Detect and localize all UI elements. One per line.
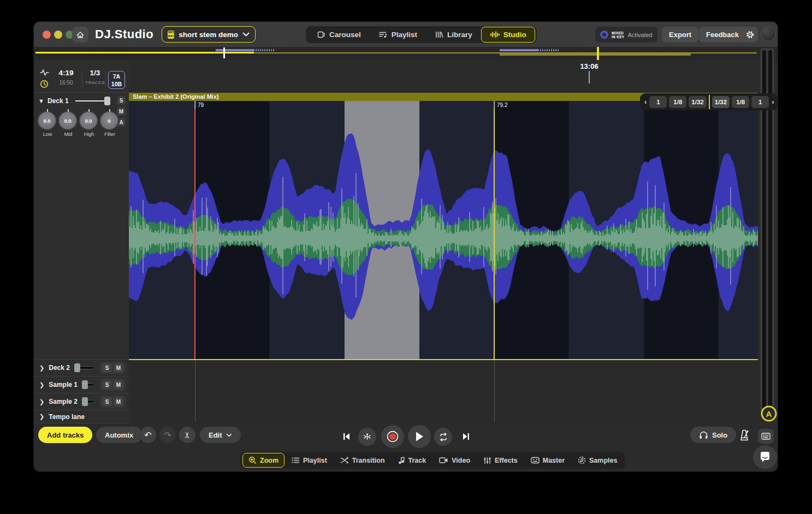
sample1-lane-row[interactable]: ❯ Sample 1 S M [34, 376, 129, 393]
panel-tab-effects[interactable]: Effects [477, 453, 524, 468]
deck1-volume-handle[interactable] [104, 97, 110, 105]
sample1-solo-mute: S M [100, 379, 126, 391]
beatgrid-button-6[interactable]: 1 [751, 96, 769, 108]
beatgrid-button-1[interactable]: 1 [649, 96, 667, 108]
low-knob[interactable]: 0.0 [38, 112, 56, 129]
sample1-mute-button[interactable]: M [114, 380, 123, 389]
tempo-lane-row[interactable]: ❯ Tempo lane [34, 410, 129, 423]
beatgrid-button-2[interactable]: 1/8 [669, 96, 686, 108]
add-tracks-button[interactable]: Add tracks [38, 427, 92, 443]
sample2-solo-mute: S M [100, 396, 126, 408]
edit-menu-button[interactable]: Edit [200, 427, 241, 443]
sample2-volume-slider[interactable] [82, 397, 96, 406]
beatgrid-prev-icon[interactable]: ‹ [644, 98, 647, 106]
library-icon [435, 31, 443, 39]
panel-tab-zoom[interactable]: Zoom [242, 453, 285, 468]
key-display[interactable]: 7A 10B [108, 71, 125, 89]
minimap-stem-segment-2 [500, 49, 538, 51]
settings-button[interactable] [742, 27, 758, 43]
feedback-button[interactable]: Feedback [699, 27, 746, 43]
autopilot-badge[interactable]: A [760, 405, 778, 422]
studio-waveform-icon [490, 31, 500, 39]
minimap-stem-segment-1-dotted [253, 49, 275, 51]
mid-knob[interactable]: 0.0 [59, 112, 76, 129]
panel-tab-samples[interactable]: Samples [572, 453, 623, 468]
keyboard-shortcuts-button[interactable] [758, 429, 774, 444]
panel-tab-playlist[interactable]: Playlist [286, 453, 333, 468]
split-tool-button[interactable]: ✂ [179, 427, 195, 443]
skip-to-start-button[interactable] [341, 432, 351, 441]
skip-end-icon [461, 432, 471, 441]
stats-divider-2 [105, 71, 106, 87]
chevron-right-icon[interactable]: ❯ [39, 364, 44, 372]
beatgrid-button-5[interactable]: 1/8 [732, 96, 749, 108]
export-button[interactable]: Export [662, 27, 698, 43]
skip-to-end-button[interactable] [461, 432, 471, 441]
deck1-solo-button[interactable]: S [117, 96, 126, 105]
master-icon [531, 457, 540, 464]
app-logo: DJ.Studio [95, 27, 153, 41]
panel-tab-master[interactable]: Master [525, 453, 571, 468]
deck2-volume-slider[interactable] [74, 363, 96, 372]
automix-button[interactable]: Automix [96, 427, 142, 443]
project-name: short stem demo [179, 31, 238, 39]
chevron-down-icon[interactable]: ▼ [38, 98, 44, 104]
deck1-volume-slider[interactable] [75, 97, 110, 105]
minimap-cursor-marker[interactable] [597, 47, 599, 60]
play-button[interactable] [408, 425, 431, 448]
sample1-volume-slider[interactable] [82, 380, 96, 389]
beatgrid-next-icon[interactable]: › [771, 98, 774, 106]
minimap-playhead[interactable] [223, 47, 225, 58]
arrangement-empty-area[interactable] [129, 359, 758, 424]
mix-overview-minimap[interactable] [34, 47, 778, 60]
loop-button[interactable] [434, 428, 452, 446]
record-button[interactable] [381, 425, 404, 448]
tab-carousel[interactable]: Carousel [307, 27, 370, 43]
panel-tab-track[interactable]: Track [392, 453, 432, 468]
user-avatar[interactable] [761, 26, 776, 41]
panel-tab-transition[interactable]: Transition [334, 453, 391, 468]
sample2-solo-button[interactable]: S [103, 397, 111, 406]
chevron-right-icon[interactable]: ❯ [39, 413, 44, 420]
sample2-mute-button[interactable]: M [114, 397, 123, 406]
tab-library[interactable]: Library [426, 27, 481, 43]
deck1-label: Deck 1 [48, 97, 69, 105]
solo-button[interactable]: Solo [690, 427, 736, 443]
beatgrid-button-4[interactable]: 1/32 [712, 96, 730, 108]
timeline-ruler[interactable]: 13:06 − + [34, 60, 778, 93]
scissors-icon: ✂ [182, 432, 192, 439]
redo-button[interactable]: ↷ [159, 427, 176, 443]
chevron-right-icon[interactable]: ❯ [39, 398, 44, 405]
panel-tab-video[interactable]: Video [433, 453, 476, 468]
project-selector[interactable]: MP3WAV short stem demo [162, 26, 256, 43]
home-button[interactable] [72, 27, 88, 43]
tab-studio[interactable]: Studio [481, 27, 535, 43]
split-at-playhead-button[interactable] [358, 428, 376, 446]
sample1-solo-button[interactable]: S [103, 380, 111, 389]
deck2-solo-button[interactable]: S [103, 363, 111, 372]
chevron-right-icon[interactable]: ❯ [39, 381, 44, 389]
waveform-display[interactable]: 7979.2 [129, 101, 758, 359]
tab-playlist[interactable]: Playlist [370, 27, 426, 43]
deck2-mute-button[interactable]: M [114, 363, 123, 372]
main-nav-tabs: Carousel Playlist Library Studio [306, 26, 537, 43]
crossfade-icon [340, 457, 349, 464]
metronome-button[interactable] [737, 428, 751, 443]
time-cursor-label: 13:06 [577, 62, 602, 70]
filter-knob[interactable]: 0 [100, 112, 118, 129]
carousel-icon [316, 31, 325, 39]
desktop: { "topbar": { "logo": "DJ.Studio", "proj… [0, 0, 812, 514]
window-minimize-button[interactable] [54, 31, 62, 39]
video-camera-icon [439, 457, 448, 464]
repeat-icon [438, 433, 448, 441]
high-knob[interactable]: 0.0 [80, 112, 97, 129]
top-bar: DJ.Studio MP3WAV short stem demo Carouse… [34, 22, 778, 47]
support-chat-button[interactable] [753, 445, 777, 469]
clock-icon [40, 80, 49, 88]
undo-button[interactable]: ↶ [140, 427, 156, 443]
beatgrid-button-3[interactable]: 1/32 [689, 96, 706, 108]
record-icon [386, 430, 399, 443]
deck2-lane-row[interactable]: ❯ Deck 2 S M [34, 359, 129, 376]
sample2-lane-row[interactable]: ❯ Sample 2 S M [34, 393, 129, 410]
window-close-button[interactable] [43, 31, 51, 39]
